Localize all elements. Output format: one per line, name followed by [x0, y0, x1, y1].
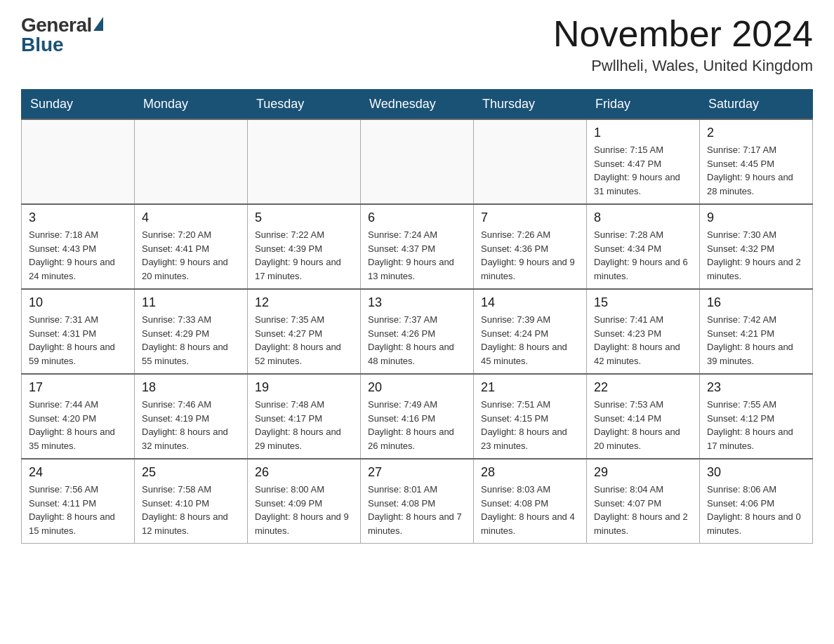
calendar-cell: 30Sunrise: 8:06 AMSunset: 4:06 PMDayligh…	[700, 459, 813, 544]
day-number: 30	[707, 465, 805, 480]
day-info: Sunrise: 7:35 AMSunset: 4:27 PMDaylight:…	[255, 313, 353, 368]
day-info: Sunrise: 7:15 AMSunset: 4:47 PMDaylight:…	[594, 143, 692, 198]
week-row-2: 3Sunrise: 7:18 AMSunset: 4:43 PMDaylight…	[22, 204, 813, 289]
weekday-header-tuesday: Tuesday	[248, 90, 361, 120]
day-info: Sunrise: 7:46 AMSunset: 4:19 PMDaylight:…	[142, 398, 240, 452]
month-title: November 2024	[553, 14, 813, 54]
day-number: 13	[368, 295, 466, 310]
calendar-cell: 4Sunrise: 7:20 AMSunset: 4:41 PMDaylight…	[135, 204, 248, 289]
weekday-header-sunday: Sunday	[22, 90, 135, 120]
calendar-cell: 8Sunrise: 7:28 AMSunset: 4:34 PMDaylight…	[587, 204, 700, 289]
calendar-cell: 22Sunrise: 7:53 AMSunset: 4:14 PMDayligh…	[587, 374, 700, 459]
calendar-cell: 23Sunrise: 7:55 AMSunset: 4:12 PMDayligh…	[700, 374, 813, 459]
calendar-cell: 25Sunrise: 7:58 AMSunset: 4:10 PMDayligh…	[135, 459, 248, 544]
week-row-4: 17Sunrise: 7:44 AMSunset: 4:20 PMDayligh…	[22, 374, 813, 459]
weekday-header-row: SundayMondayTuesdayWednesdayThursdayFrid…	[22, 90, 813, 120]
day-number: 12	[255, 295, 353, 310]
day-info: Sunrise: 7:58 AMSunset: 4:10 PMDaylight:…	[142, 483, 240, 537]
day-info: Sunrise: 7:42 AMSunset: 4:21 PMDaylight:…	[707, 313, 805, 368]
calendar-cell	[135, 119, 248, 204]
day-info: Sunrise: 8:00 AMSunset: 4:09 PMDaylight:…	[255, 483, 353, 537]
calendar-cell	[361, 119, 474, 204]
weekday-header-friday: Friday	[587, 90, 700, 120]
day-number: 2	[707, 126, 805, 140]
day-number: 3	[29, 210, 127, 225]
weekday-header-saturday: Saturday	[700, 90, 813, 120]
day-number: 29	[594, 465, 692, 480]
day-info: Sunrise: 7:41 AMSunset: 4:23 PMDaylight:…	[594, 313, 692, 368]
calendar-cell: 13Sunrise: 7:37 AMSunset: 4:26 PMDayligh…	[361, 289, 474, 374]
weekday-header-thursday: Thursday	[474, 90, 587, 120]
day-number: 5	[255, 210, 353, 225]
calendar-cell: 9Sunrise: 7:30 AMSunset: 4:32 PMDaylight…	[700, 204, 813, 289]
day-info: Sunrise: 7:18 AMSunset: 4:43 PMDaylight:…	[29, 228, 127, 283]
day-number: 15	[594, 295, 692, 310]
day-info: Sunrise: 8:06 AMSunset: 4:06 PMDaylight:…	[707, 483, 805, 537]
calendar-cell: 24Sunrise: 7:56 AMSunset: 4:11 PMDayligh…	[22, 459, 135, 544]
day-info: Sunrise: 7:37 AMSunset: 4:26 PMDaylight:…	[368, 313, 466, 368]
day-info: Sunrise: 7:49 AMSunset: 4:16 PMDaylight:…	[368, 398, 466, 452]
day-number: 8	[594, 210, 692, 225]
calendar-cell: 5Sunrise: 7:22 AMSunset: 4:39 PMDaylight…	[248, 204, 361, 289]
calendar-cell: 27Sunrise: 8:01 AMSunset: 4:08 PMDayligh…	[361, 459, 474, 544]
calendar-cell: 29Sunrise: 8:04 AMSunset: 4:07 PMDayligh…	[587, 459, 700, 544]
day-number: 7	[481, 210, 579, 225]
calendar-cell: 3Sunrise: 7:18 AMSunset: 4:43 PMDaylight…	[22, 204, 135, 289]
day-number: 19	[255, 380, 353, 395]
day-number: 4	[142, 210, 240, 225]
week-row-3: 10Sunrise: 7:31 AMSunset: 4:31 PMDayligh…	[22, 289, 813, 374]
day-number: 24	[29, 465, 127, 480]
day-info: Sunrise: 7:55 AMSunset: 4:12 PMDaylight:…	[707, 398, 805, 452]
day-number: 20	[368, 380, 466, 395]
day-info: Sunrise: 7:44 AMSunset: 4:20 PMDaylight:…	[29, 398, 127, 452]
day-number: 26	[255, 465, 353, 480]
calendar-cell: 28Sunrise: 8:03 AMSunset: 4:08 PMDayligh…	[474, 459, 587, 544]
day-info: Sunrise: 7:17 AMSunset: 4:45 PMDaylight:…	[707, 143, 805, 198]
day-number: 21	[481, 380, 579, 395]
day-number: 9	[707, 210, 805, 225]
calendar-cell: 20Sunrise: 7:49 AMSunset: 4:16 PMDayligh…	[361, 374, 474, 459]
day-info: Sunrise: 7:28 AMSunset: 4:34 PMDaylight:…	[594, 228, 692, 283]
calendar-cell: 16Sunrise: 7:42 AMSunset: 4:21 PMDayligh…	[700, 289, 813, 374]
week-row-1: 1Sunrise: 7:15 AMSunset: 4:47 PMDaylight…	[22, 119, 813, 204]
day-number: 14	[481, 295, 579, 310]
calendar-cell: 17Sunrise: 7:44 AMSunset: 4:20 PMDayligh…	[22, 374, 135, 459]
calendar-cell	[22, 119, 135, 204]
day-info: Sunrise: 7:31 AMSunset: 4:31 PMDaylight:…	[29, 313, 127, 368]
logo-triangle-icon	[93, 17, 103, 31]
calendar-cell: 26Sunrise: 8:00 AMSunset: 4:09 PMDayligh…	[248, 459, 361, 544]
day-number: 28	[481, 465, 579, 480]
day-number: 16	[707, 295, 805, 310]
week-row-5: 24Sunrise: 7:56 AMSunset: 4:11 PMDayligh…	[22, 459, 813, 544]
logo-blue-text: Blue	[21, 34, 64, 56]
day-info: Sunrise: 7:53 AMSunset: 4:14 PMDaylight:…	[594, 398, 692, 452]
weekday-header-wednesday: Wednesday	[361, 90, 474, 120]
weekday-header-monday: Monday	[135, 90, 248, 120]
day-info: Sunrise: 7:20 AMSunset: 4:41 PMDaylight:…	[142, 228, 240, 283]
logo: General Blue	[21, 14, 103, 56]
calendar-cell: 2Sunrise: 7:17 AMSunset: 4:45 PMDaylight…	[700, 119, 813, 204]
day-number: 6	[368, 210, 466, 225]
calendar-cell	[248, 119, 361, 204]
day-info: Sunrise: 7:26 AMSunset: 4:36 PMDaylight:…	[481, 228, 579, 283]
day-info: Sunrise: 7:22 AMSunset: 4:39 PMDaylight:…	[255, 228, 353, 283]
day-number: 11	[142, 295, 240, 310]
title-section: November 2024 Pwllheli, Wales, United Ki…	[553, 14, 813, 75]
day-number: 25	[142, 465, 240, 480]
location-text: Pwllheli, Wales, United Kingdom	[553, 57, 813, 75]
day-number: 18	[142, 380, 240, 395]
calendar-cell: 12Sunrise: 7:35 AMSunset: 4:27 PMDayligh…	[248, 289, 361, 374]
day-number: 27	[368, 465, 466, 480]
calendar-cell: 21Sunrise: 7:51 AMSunset: 4:15 PMDayligh…	[474, 374, 587, 459]
day-info: Sunrise: 7:33 AMSunset: 4:29 PMDaylight:…	[142, 313, 240, 368]
day-info: Sunrise: 7:39 AMSunset: 4:24 PMDaylight:…	[481, 313, 579, 368]
day-info: Sunrise: 7:48 AMSunset: 4:17 PMDaylight:…	[255, 398, 353, 452]
day-info: Sunrise: 8:03 AMSunset: 4:08 PMDaylight:…	[481, 483, 579, 537]
calendar-cell: 15Sunrise: 7:41 AMSunset: 4:23 PMDayligh…	[587, 289, 700, 374]
day-number: 22	[594, 380, 692, 395]
day-info: Sunrise: 7:30 AMSunset: 4:32 PMDaylight:…	[707, 228, 805, 283]
calendar-table: SundayMondayTuesdayWednesdayThursdayFrid…	[21, 89, 813, 544]
day-number: 23	[707, 380, 805, 395]
day-info: Sunrise: 8:01 AMSunset: 4:08 PMDaylight:…	[368, 483, 466, 537]
calendar-cell: 19Sunrise: 7:48 AMSunset: 4:17 PMDayligh…	[248, 374, 361, 459]
